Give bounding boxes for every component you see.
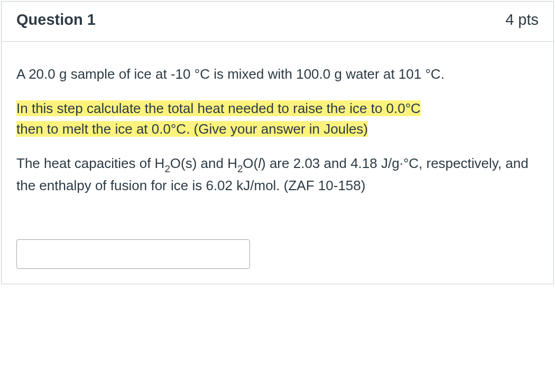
subscript-1: 2: [164, 163, 170, 174]
question-instruction-text: In this step calculate the total heat ne…: [16, 98, 539, 139]
answer-input[interactable]: [16, 239, 250, 269]
question-body: A 20.0 g sample of ice at -10 °C is mixe…: [2, 42, 553, 284]
data-text-part-a: The heat capacities of H: [16, 155, 164, 171]
data-text-part-c: O(: [243, 155, 258, 171]
question-data-text: The heat capacities of H2O(s) and H2O(l)…: [16, 153, 539, 196]
intro-text: A 20.0 g sample of ice at -10 °C is mixe…: [16, 66, 445, 82]
question-title: Question 1: [16, 11, 96, 29]
question-points: 4 pts: [505, 11, 539, 29]
question-header: Question 1 4 pts: [2, 2, 553, 42]
highlighted-instruction-line2: then to melt the ice at 0.0°C. (Give you…: [16, 121, 368, 137]
question-container: Question 1 4 pts A 20.0 g sample of ice …: [1, 1, 554, 284]
highlighted-instruction-line1: In this step calculate the total heat ne…: [16, 100, 421, 116]
question-intro-text: A 20.0 g sample of ice at -10 °C is mixe…: [16, 64, 539, 85]
subscript-2: 2: [237, 163, 243, 174]
data-text-part-b: O(s) and H: [170, 155, 237, 171]
